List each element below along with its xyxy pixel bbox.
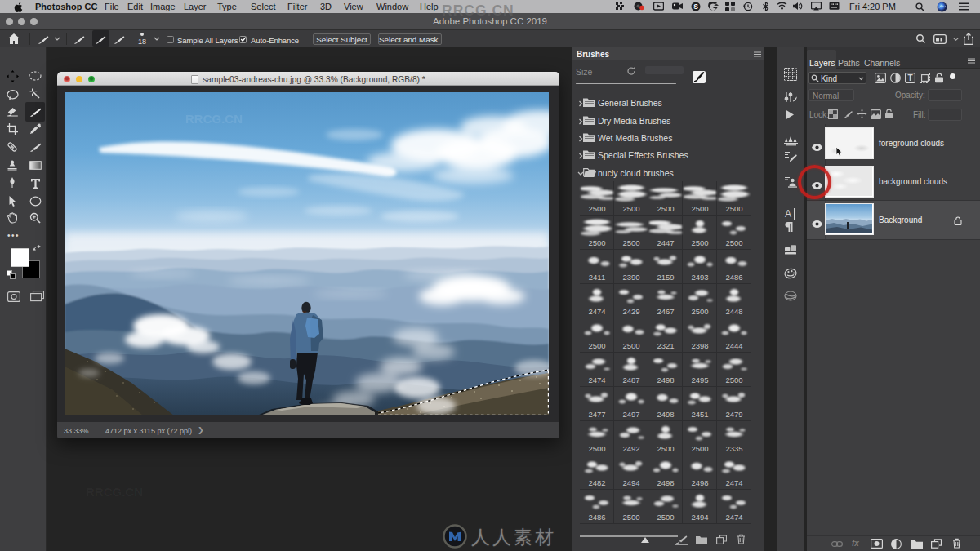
svg-text:A: A	[785, 208, 791, 220]
svg-text:T: T	[907, 73, 912, 82]
svg-text:RRCG.CN: RRCG.CN	[185, 112, 243, 126]
svg-text:S: S	[693, 2, 698, 11]
